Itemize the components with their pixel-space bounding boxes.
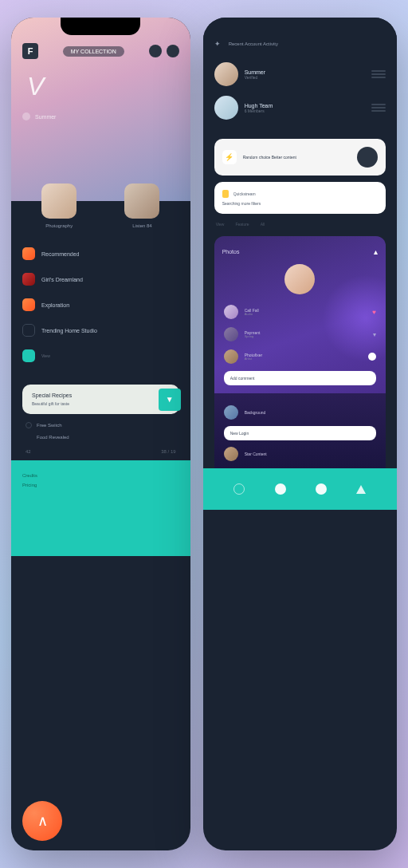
filter-tab[interactable]: Feature bbox=[235, 222, 249, 227]
activity-panel: Photos ▴ Call FallAudio ♥ PaymentSpring … bbox=[214, 236, 386, 393]
row-name: Star Content bbox=[245, 452, 376, 456]
brand-mark: V bbox=[27, 72, 179, 101]
tab-profile[interactable] bbox=[356, 485, 366, 494]
feature-card[interactable]: Quickstream Searching more filters bbox=[214, 182, 386, 214]
back-icon[interactable]: ✦ bbox=[214, 40, 224, 49]
category-icon bbox=[22, 273, 35, 286]
bolt-icon: ⚡ bbox=[222, 150, 237, 164]
filter-tab[interactable]: View bbox=[216, 222, 225, 227]
card-title: Quickstream bbox=[233, 191, 256, 196]
user-name: Hugh Team bbox=[245, 103, 365, 108]
avatar-label: Photography bbox=[45, 223, 73, 228]
avatar-card[interactable]: Photography bbox=[22, 183, 96, 228]
avatar bbox=[224, 447, 238, 461]
row-action: View bbox=[41, 353, 50, 358]
card-avatar bbox=[357, 147, 378, 168]
dark-panel: Background New Login Star Content bbox=[214, 393, 386, 468]
avatar bbox=[224, 327, 238, 341]
card-title: Special Recipes bbox=[32, 393, 170, 398]
avatar bbox=[224, 405, 238, 420]
list-row[interactable]: Recommended bbox=[22, 241, 179, 266]
activity-row[interactable]: Background bbox=[222, 401, 378, 424]
avatar bbox=[214, 96, 238, 120]
category-icon bbox=[22, 247, 35, 260]
row-sub: Audio bbox=[245, 313, 367, 317]
footer-panel: Credits Pricing bbox=[11, 460, 190, 556]
row-name: Background bbox=[245, 410, 376, 415]
tab-discover[interactable] bbox=[275, 483, 286, 495]
activity-row[interactable]: Call FallAudio ♥ bbox=[222, 301, 378, 323]
profile-icon[interactable] bbox=[167, 45, 179, 57]
avatar-label: Listen 84 bbox=[132, 223, 151, 228]
header-tab[interactable]: MY COLLECTION bbox=[63, 46, 124, 57]
row-label: Girl's Dreamland bbox=[41, 277, 179, 282]
bookmark-icon bbox=[222, 190, 229, 198]
status-dot-icon bbox=[368, 353, 376, 361]
stat-value: 38 / 19 bbox=[161, 449, 175, 454]
card-text: Beautiful gift for taste bbox=[32, 401, 170, 406]
chevron-up-icon[interactable]: ▴ bbox=[374, 247, 378, 256]
filter-tab[interactable]: All bbox=[261, 222, 265, 227]
app-logo[interactable]: F bbox=[22, 43, 38, 59]
row-label: Trending Home Studio bbox=[41, 328, 179, 333]
header-title: Recent Account Activity bbox=[229, 41, 386, 48]
activity-row[interactable]: PhotofixerArtist bbox=[222, 345, 378, 368]
message-bubble[interactable]: New Login bbox=[224, 426, 376, 440]
avatar-image bbox=[41, 183, 76, 219]
heart-icon[interactable]: ♥ bbox=[372, 309, 376, 316]
category-icon bbox=[22, 324, 35, 337]
chat-icon[interactable] bbox=[149, 45, 162, 57]
list-row[interactable]: Trending Home Studio bbox=[22, 318, 179, 343]
hero-subtitle: Summer bbox=[35, 114, 56, 120]
stat-value: 42 bbox=[26, 449, 31, 454]
activity-row[interactable]: PaymentSpring ▾ bbox=[222, 323, 378, 345]
footer-link[interactable]: Pricing bbox=[22, 483, 179, 487]
notch bbox=[61, 18, 140, 35]
row-label: Exploration bbox=[41, 302, 179, 308]
fab-button[interactable]: ∧ bbox=[22, 801, 62, 841]
avatar-card[interactable]: Listen 84 bbox=[105, 183, 178, 228]
user-row[interactable]: Hugh Team 6 Members bbox=[214, 91, 386, 124]
list-row[interactable]: View bbox=[22, 343, 179, 369]
menu-icon[interactable] bbox=[371, 70, 386, 78]
featured-avatar[interactable] bbox=[284, 264, 315, 294]
user-sub: 6 Members bbox=[245, 108, 365, 113]
activity-row[interactable]: Star Content bbox=[222, 443, 378, 465]
category-icon bbox=[22, 298, 35, 311]
status-dot-icon bbox=[22, 112, 30, 120]
chevron-down-icon[interactable]: ▼ bbox=[159, 389, 181, 411]
user-sub: Verified bbox=[245, 75, 365, 80]
tab-home[interactable] bbox=[233, 483, 245, 495]
list-row[interactable]: Exploration bbox=[22, 292, 179, 318]
row-label: Recommended bbox=[41, 251, 179, 257]
bullet-icon bbox=[26, 422, 32, 428]
comment-input[interactable]: Add comment bbox=[224, 371, 376, 385]
hero-section: F MY COLLECTION V Summer bbox=[11, 18, 190, 201]
row-sub: Spring bbox=[245, 335, 367, 339]
phone-left-frame: F MY COLLECTION V Summer Photography Lis… bbox=[11, 18, 190, 850]
panel-title: Photos bbox=[222, 249, 240, 254]
user-row[interactable]: Summer Verified bbox=[214, 57, 386, 91]
avatar bbox=[224, 349, 238, 364]
card-sub: Searching more filters bbox=[222, 201, 378, 206]
list-row[interactable]: Girl's Dreamland bbox=[22, 266, 179, 292]
chevron-down-icon[interactable]: ▾ bbox=[373, 331, 376, 338]
menu-icon[interactable] bbox=[371, 104, 386, 112]
promo-card[interactable]: Special Recipes Beautiful gift for taste… bbox=[22, 385, 179, 414]
tab-bar bbox=[203, 468, 397, 510]
mini-label[interactable]: Free Switch bbox=[37, 423, 62, 428]
footer-link[interactable]: Credits bbox=[22, 473, 179, 478]
user-name: Summer bbox=[245, 69, 365, 75]
avatar bbox=[224, 305, 238, 319]
info-card[interactable]: ⚡ Random choice Better content bbox=[214, 139, 386, 176]
mini-label[interactable]: Food Revealed bbox=[37, 435, 69, 440]
avatar-image bbox=[124, 183, 159, 219]
avatar bbox=[214, 62, 238, 86]
category-icon bbox=[22, 349, 35, 362]
tab-activity[interactable] bbox=[316, 483, 327, 495]
row-sub: Artist bbox=[245, 357, 362, 361]
card-text: Random choice Better content bbox=[243, 155, 351, 160]
phone-right-frame: ✦ Recent Account Activity Summer Verifie… bbox=[203, 18, 397, 850]
